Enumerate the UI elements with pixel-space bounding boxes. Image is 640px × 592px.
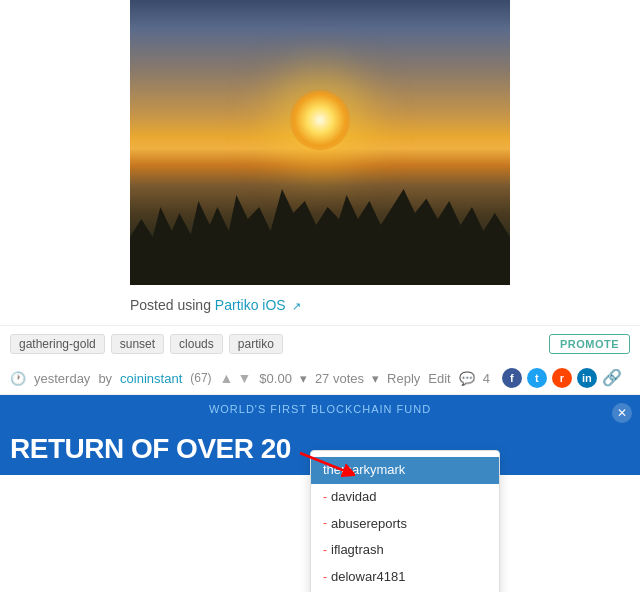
edit-link[interactable]: Edit <box>428 371 450 386</box>
downvote-icon[interactable]: ▼ <box>237 370 251 386</box>
ad-close-button[interactable]: ✕ <box>612 403 632 423</box>
external-link-icon: ↗ <box>292 300 301 312</box>
comment-count: 4 <box>483 371 490 386</box>
author-reputation: (67) <box>190 371 211 385</box>
promote-button[interactable]: PROMOTE <box>549 334 630 354</box>
tag-gathering-gold[interactable]: gathering-gold <box>10 334 105 354</box>
arrow-pointer <box>295 448 355 481</box>
facebook-icon[interactable]: f <box>502 368 522 388</box>
post-time: yesterday <box>34 371 90 386</box>
upvote-icon[interactable]: ▲ <box>220 370 234 386</box>
page-wrapper: Posted using Partiko iOS ↗ gathering-gol… <box>0 0 640 475</box>
votes-count[interactable]: 27 votes <box>315 371 364 386</box>
sun-glow <box>290 90 350 150</box>
post-image-container <box>0 0 640 297</box>
by-text: by <box>98 371 112 386</box>
meta-row: 🕐 yesterday by coininstant (67) ▲ ▼ $0.0… <box>0 362 640 395</box>
posted-using: Posted using Partiko iOS ↗ <box>0 297 640 325</box>
minus-sign: - <box>323 514 327 533</box>
minus-sign: - <box>323 541 327 560</box>
dropdown-item-label: abusereports <box>331 514 407 535</box>
dropdown-item-abusereports[interactable]: - abusereports <box>311 511 499 538</box>
ad-banner-main-text: RETURN OF OVER 20 <box>10 433 291 465</box>
tag-clouds[interactable]: clouds <box>170 334 223 354</box>
reddit-icon[interactable]: r <box>552 368 572 388</box>
author-link[interactable]: coininstant <box>120 371 182 386</box>
dropdown-item-davidad[interactable]: - davidad <box>311 484 499 511</box>
social-icons: f t r in 🔗 <box>502 368 622 388</box>
vote-group: ▲ ▼ <box>220 370 252 386</box>
reply-link[interactable]: Reply <box>387 371 420 386</box>
dropdown-item-label: iflagtrash <box>331 540 384 561</box>
minus-sign: - <box>323 488 327 507</box>
dropdown-item-label: delowar4181 <box>331 567 405 588</box>
twitter-icon[interactable]: t <box>527 368 547 388</box>
partiko-link[interactable]: Partiko iOS ↗ <box>215 297 301 313</box>
dropdown-item-iflagtrash[interactable]: - iflagtrash <box>311 537 499 564</box>
tag-sunset[interactable]: sunset <box>111 334 164 354</box>
tag-partiko[interactable]: partiko <box>229 334 283 354</box>
copy-link-icon[interactable]: 🔗 <box>602 368 622 388</box>
svg-line-0 <box>300 453 350 473</box>
minus-sign: - <box>323 568 327 587</box>
dropdown-item-label: davidad <box>331 487 377 508</box>
post-image <box>130 0 510 285</box>
tree-silhouette <box>130 165 510 285</box>
posted-using-text: Posted using <box>130 297 211 313</box>
tags-row: gathering-gold sunset clouds partiko PRO… <box>0 325 640 362</box>
ad-banner-top-text: WORLD'S FIRST BLOCKCHAIN FUND <box>0 403 640 415</box>
dropdown-item-delowar4181[interactable]: - delowar4181 <box>311 564 499 591</box>
linkedin-icon[interactable]: in <box>577 368 597 388</box>
dollar-amount[interactable]: $0.00 <box>259 371 292 386</box>
comment-icon: 💬 <box>459 371 475 386</box>
clock-icon: 🕐 <box>10 371 26 386</box>
